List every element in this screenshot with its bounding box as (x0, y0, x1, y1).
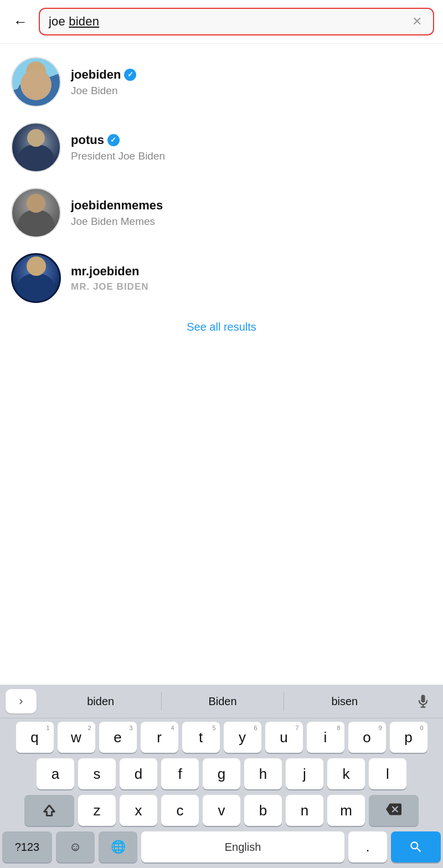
key-u[interactable]: u7 (265, 722, 303, 753)
search-text-underline: biden (69, 14, 99, 28)
key-row-2: a s d f g h j k l (2, 758, 441, 789)
avatar-potus (11, 122, 61, 172)
expand-suggestions-button[interactable]: › (6, 689, 37, 713)
key-i[interactable]: i8 (307, 722, 344, 753)
delete-button[interactable] (369, 795, 419, 826)
search-icon (409, 840, 423, 854)
search-input[interactable]: joe biden (49, 14, 410, 29)
result-item-joebidenmemes[interactable]: joebidenmemes Joe Biden Memes (0, 180, 443, 245)
key-f[interactable]: f (161, 758, 199, 789)
autocorrect-bar: › biden Biden bisen (0, 685, 443, 718)
display-name-mrjoebiden: MR. JOE BIDEN (71, 281, 149, 292)
display-name-joebiden: Joe Biden (71, 85, 136, 97)
clear-button[interactable]: ✕ (410, 14, 424, 29)
username-row-joebiden: joebiden (71, 68, 136, 82)
key-rows: q1 w2 e3 r4 t5 y6 u7 i8 o9 p0 a s d f g … (0, 718, 443, 868)
username-row-potus: potus (71, 133, 165, 147)
key-a[interactable]: a (37, 758, 74, 789)
key-z[interactable]: z (78, 795, 116, 826)
key-k[interactable]: k (327, 758, 365, 789)
key-w[interactable]: w2 (58, 722, 95, 753)
result-item-mrjoebiden[interactable]: mr.joebiden MR. JOE BIDEN (0, 245, 443, 311)
display-name-potus: President Joe Biden (71, 150, 165, 162)
result-info-joebidenmemes: joebidenmemes Joe Biden Memes (71, 198, 163, 228)
results-list: joebiden Joe Biden potus President Joe B… (0, 44, 443, 345)
key-row-3: z x c v b n m (2, 795, 441, 826)
key-b[interactable]: b (244, 795, 282, 826)
key-row-1: q1 w2 e3 r4 t5 y6 u7 i8 o9 p0 (2, 722, 441, 753)
search-text-plain: joe (49, 14, 69, 28)
username-label: joebiden (71, 68, 121, 82)
key-h[interactable]: h (244, 758, 282, 789)
space-button[interactable]: English (141, 831, 344, 862)
key-p[interactable]: p0 (390, 722, 427, 753)
autocorrect-word-bisen[interactable]: bisen (284, 691, 405, 712)
result-info-potus: potus President Joe Biden (71, 133, 165, 162)
username-row-joebidenmemes: joebidenmemes (71, 198, 163, 213)
key-t[interactable]: t5 (182, 722, 220, 753)
key-v[interactable]: v (203, 795, 240, 826)
key-s[interactable]: s (78, 758, 116, 789)
result-info-joebiden: joebiden Joe Biden (71, 68, 136, 97)
key-o[interactable]: o9 (348, 722, 386, 753)
see-all-button[interactable]: See all results (187, 321, 256, 333)
display-name-joebidenmemes: Joe Biden Memes (71, 215, 163, 228)
back-button[interactable]: ← (9, 11, 32, 33)
see-all-row: See all results (0, 311, 443, 339)
globe-button[interactable]: 🌐 (99, 831, 137, 862)
key-x[interactable]: x (120, 795, 157, 826)
autocorrect-word-biden[interactable]: biden (40, 691, 161, 712)
key-c[interactable]: c (161, 795, 199, 826)
key-l[interactable]: l (369, 758, 406, 789)
key-e[interactable]: e3 (99, 722, 137, 753)
key-d[interactable]: d (120, 758, 157, 789)
shift-button[interactable] (24, 795, 74, 826)
verified-badge-potus (107, 134, 120, 146)
key-m[interactable]: m (327, 795, 365, 826)
avatar-joebidenmemes (11, 188, 61, 238)
key-j[interactable]: j (286, 758, 323, 789)
result-item-potus[interactable]: potus President Joe Biden (0, 115, 443, 180)
microphone-button[interactable] (408, 689, 439, 713)
username-label: joebidenmemes (71, 198, 163, 213)
autocorrect-words: biden Biden bisen (40, 691, 405, 712)
key-g[interactable]: g (203, 758, 240, 789)
emoji-button[interactable]: ☺ (56, 831, 95, 862)
microphone-icon (415, 694, 431, 709)
autocorrect-word-Biden[interactable]: Biden (162, 691, 283, 712)
search-button[interactable] (391, 831, 441, 862)
search-box: joe biden ✕ (39, 8, 434, 35)
key-row-4: ?123 ☺ 🌐 English . (2, 831, 441, 867)
avatar-mrjoebiden (11, 253, 61, 303)
chevron-right-icon: › (19, 694, 23, 708)
avatar-joebiden (11, 57, 61, 107)
numbers-button[interactable]: ?123 (2, 831, 52, 862)
period-button[interactable]: . (348, 831, 387, 862)
delete-icon (386, 802, 401, 820)
key-n[interactable]: n (286, 795, 323, 826)
search-header: ← joe biden ✕ (0, 0, 443, 44)
result-info-mrjoebiden: mr.joebiden MR. JOE BIDEN (71, 264, 149, 292)
shift-icon (42, 803, 57, 818)
key-y[interactable]: y6 (224, 722, 261, 753)
username-label: potus (71, 133, 104, 147)
username-row-mrjoebiden: mr.joebiden (71, 264, 149, 279)
result-item-joebiden[interactable]: joebiden Joe Biden (0, 49, 443, 115)
verified-badge-joebiden (124, 69, 136, 81)
key-r[interactable]: r4 (141, 722, 178, 753)
key-q[interactable]: q1 (16, 722, 54, 753)
keyboard: › biden Biden bisen q1 w2 e3 r4 t5 y6 u7… (0, 685, 443, 868)
username-label: mr.joebiden (71, 264, 139, 279)
